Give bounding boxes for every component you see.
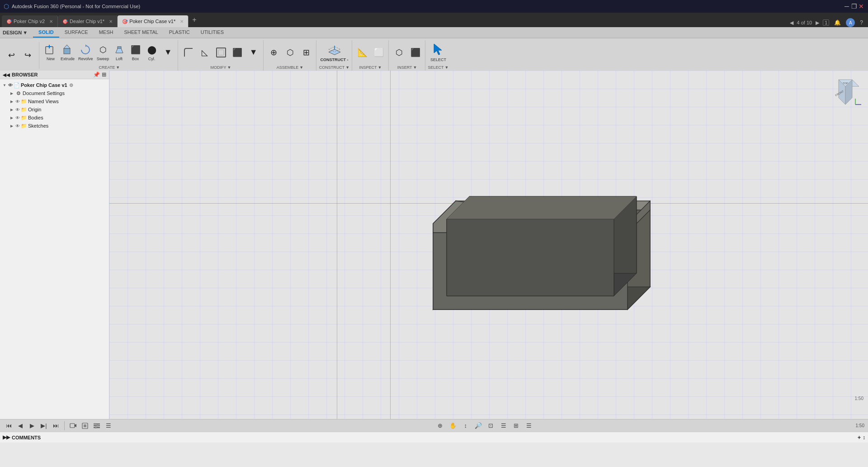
restore-button[interactable]: ❐ bbox=[851, 3, 857, 10]
pan-button[interactable]: ✋ bbox=[448, 421, 458, 431]
tab-plastic[interactable]: PLASTIC bbox=[164, 27, 195, 38]
inspect-group-label: INSPECT ▼ bbox=[359, 65, 382, 70]
tab-solid[interactable]: SOLID bbox=[33, 27, 59, 38]
viewcube[interactable]: TOP FRONT bbox=[827, 75, 863, 111]
select-chevron-icon: ▼ bbox=[445, 65, 449, 70]
tab-dealer-chip[interactable]: 🎯 Dealer Chip v1* ✕ bbox=[58, 15, 118, 27]
close-button[interactable]: ✕ bbox=[858, 3, 864, 10]
browser-expand-icon[interactable]: ⊞ bbox=[102, 71, 106, 78]
viewport-settings-button[interactable]: ☰ bbox=[524, 421, 534, 431]
origin-eye-icon[interactable]: 👁 bbox=[15, 107, 20, 112]
tab-icon-3: 🎯 bbox=[122, 19, 127, 24]
named-views-folder-icon: 📁 bbox=[21, 98, 27, 105]
fillet-button[interactable] bbox=[181, 45, 196, 60]
modify-chevron-icon: ▼ bbox=[227, 65, 231, 70]
tree-root-item[interactable]: ▼ 👁 📄 Poker Chip Case v1 ⚙ bbox=[0, 81, 109, 89]
insert-decal-button[interactable]: ⬛ bbox=[408, 45, 423, 60]
insert-mcmaster-button[interactable]: ⬡ bbox=[392, 45, 407, 60]
svg-point-43 bbox=[94, 423, 96, 425]
more-assemble-button[interactable]: ⊞ bbox=[299, 45, 314, 60]
tab-close-1[interactable]: ✕ bbox=[49, 19, 53, 24]
tab-label-3: Poker Chip Case v1* bbox=[129, 19, 175, 24]
tab-sheet-metal[interactable]: SHEET METAL bbox=[118, 27, 163, 38]
joint-button[interactable]: ⊕ bbox=[266, 45, 282, 60]
extrude-button[interactable]: Extrude bbox=[59, 43, 76, 62]
offset-plane-icon bbox=[327, 43, 342, 57]
tab-poker-chip-case[interactable]: 🎯 Poker Chip Case v1* ✕ bbox=[118, 15, 189, 27]
minimize-button[interactable]: ─ bbox=[844, 3, 850, 10]
shell-button[interactable] bbox=[213, 45, 229, 60]
root-settings-icon[interactable]: ⚙ bbox=[69, 83, 73, 88]
timeline-last-button[interactable]: ⏭ bbox=[51, 421, 61, 431]
bodies-eye-icon[interactable]: 👁 bbox=[15, 115, 20, 120]
tree-origin[interactable]: ▶ 👁 📁 Origin bbox=[0, 105, 109, 114]
ribbon-group-insert: ⬡ ⬛ INSERT ▼ bbox=[390, 40, 425, 71]
fit-screen-button[interactable]: ⊕ bbox=[435, 421, 445, 431]
svg-marker-10 bbox=[329, 49, 340, 55]
timeline-next-button[interactable]: ▶| bbox=[39, 421, 49, 431]
notifications-icon[interactable]: 🔔 bbox=[833, 19, 842, 26]
scale-indicator: 1:50 bbox=[855, 396, 863, 401]
timeline-settings-button[interactable] bbox=[92, 421, 102, 431]
comments-collapse-icon[interactable]: ▶▶ bbox=[3, 434, 10, 440]
loft-button[interactable]: Loft bbox=[112, 43, 127, 62]
add-comment-icon[interactable]: + bbox=[858, 434, 861, 441]
tab-poker-chip-v2[interactable]: 🎯 Poker Chip v2 ✕ bbox=[2, 15, 58, 27]
timeline-play-button[interactable]: ▶ bbox=[27, 421, 37, 431]
timeline-prev-button[interactable]: ◀ bbox=[15, 421, 25, 431]
online-count: 1 bbox=[823, 19, 829, 26]
tree-bodies[interactable]: ▶ 👁 📁 Bodies bbox=[0, 114, 109, 122]
revolve-label: Revolve bbox=[78, 57, 93, 61]
select-button[interactable]: SELECT bbox=[429, 41, 448, 64]
viewport[interactable]: TOP FRONT 1:50 bbox=[109, 71, 868, 419]
redo-button[interactable]: ↪ bbox=[20, 48, 35, 62]
chamfer-button[interactable]: ◺ bbox=[197, 45, 212, 60]
grid-snap-button[interactable]: ⊞ bbox=[511, 421, 521, 431]
tab-close-2[interactable]: ✕ bbox=[109, 19, 113, 24]
tab-close-3[interactable]: ✕ bbox=[180, 19, 184, 24]
tab-surface[interactable]: SURFACE bbox=[59, 27, 94, 38]
browser-pin-icon[interactable]: 📌 bbox=[93, 71, 100, 78]
timeline-capture-button[interactable] bbox=[68, 421, 78, 431]
design-mode-button[interactable]: DESIGN ▼ bbox=[3, 30, 28, 35]
insert-group-label: INSERT ▼ bbox=[397, 65, 417, 70]
sweep-button[interactable]: ⬡ Sweep bbox=[95, 43, 111, 62]
offset-plane-button[interactable]: CONSTRUCT - bbox=[319, 41, 350, 64]
modify-tools: ◺ ⬛ ▼ bbox=[181, 40, 261, 64]
tab-icon-1: 🎯 bbox=[6, 19, 12, 24]
tab-utilities[interactable]: UTILITIES bbox=[195, 27, 229, 38]
draft-button[interactable]: ⬛ bbox=[230, 45, 245, 60]
new-component-button[interactable]: New bbox=[43, 43, 58, 62]
zoom-fit-button[interactable]: ⊡ bbox=[486, 421, 496, 431]
tree-sketches[interactable]: ▶ 👁 📁 Sketches bbox=[0, 122, 109, 130]
section-analysis-button[interactable]: ⬜ bbox=[371, 45, 387, 60]
tab-count: ◀ bbox=[790, 20, 793, 26]
display-mode-button[interactable]: ☰ bbox=[499, 421, 509, 431]
more-create-button[interactable]: ▼ bbox=[160, 45, 176, 60]
user-avatar[interactable]: A bbox=[846, 18, 855, 27]
tree-named-views[interactable]: ▶ 👁 📁 Named Views bbox=[0, 97, 109, 105]
browser-collapse-icon[interactable]: ◀◀ bbox=[3, 72, 10, 77]
toggle-comments-icon[interactable]: ↕ bbox=[863, 434, 865, 441]
undo-button[interactable]: ↩ bbox=[4, 48, 19, 62]
orbit-button[interactable]: ↕ bbox=[461, 421, 471, 431]
tree-document-settings[interactable]: ▶ ⚙ Document Settings bbox=[0, 89, 109, 97]
tab-mesh[interactable]: MESH bbox=[94, 27, 119, 38]
timeline-first-button[interactable]: ⏮ bbox=[4, 421, 14, 431]
rigid-group-button[interactable]: ⬡ bbox=[283, 45, 298, 60]
more-modify-button[interactable]: ▼ bbox=[246, 45, 261, 60]
box-button[interactable]: ⬛ Box bbox=[128, 43, 143, 62]
doc-settings-arrow-icon: ▶ bbox=[9, 91, 14, 96]
named-views-eye-icon[interactable]: 👁 bbox=[15, 99, 20, 104]
zoom-button[interactable]: 🔎 bbox=[473, 421, 483, 431]
revolve-button[interactable]: Revolve bbox=[77, 43, 94, 62]
tab-nav-forward[interactable]: ▶ bbox=[816, 20, 819, 26]
measure-button[interactable]: 📐 bbox=[355, 45, 370, 60]
help-icon[interactable]: ? bbox=[859, 19, 864, 26]
add-tab-button[interactable]: + bbox=[189, 16, 200, 24]
root-eye-icon[interactable]: 👁 bbox=[8, 83, 13, 88]
timeline-grid-button[interactable]: ☰ bbox=[104, 421, 113, 431]
sketches-eye-icon[interactable]: 👁 bbox=[15, 124, 20, 129]
cylinder-button[interactable]: ⬤ Cyl. bbox=[144, 43, 160, 62]
timeline-frame-button[interactable] bbox=[80, 421, 90, 431]
